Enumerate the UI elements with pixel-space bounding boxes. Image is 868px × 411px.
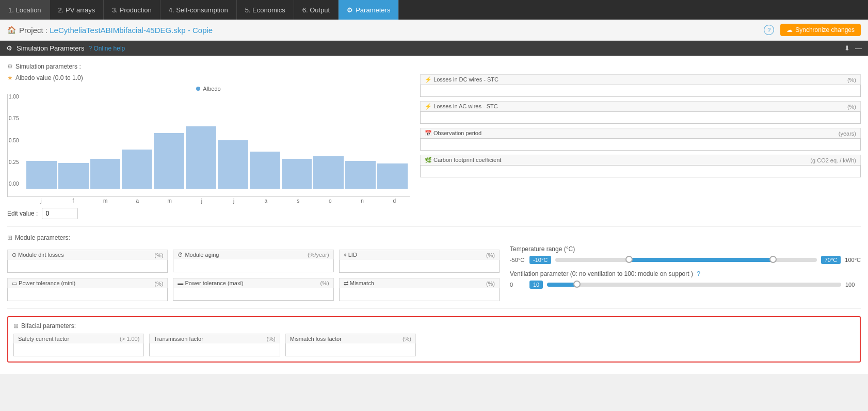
bifacial-params-grid: Safety current factor (> 1.00) 1.3 Trans…	[13, 334, 416, 356]
safety-current-input[interactable]: 1.3	[13, 343, 144, 356]
chart-bar	[154, 133, 184, 189]
sync-button[interactable]: ☁ Synchronize changes	[780, 24, 861, 36]
dc-losses-row: ⚡ Losses in DC wires - STC (%) 1.0	[420, 74, 861, 97]
gear-icon: ⚙	[6, 44, 12, 52]
nav-production[interactable]: 3. Production	[104, 0, 160, 20]
legend-dot	[196, 87, 200, 91]
minus-square-icon: ▭	[12, 280, 17, 286]
online-help-link[interactable]: ? Online help	[89, 45, 125, 52]
home-icon: 🏠	[7, 26, 16, 34]
power-tol-maxi-input[interactable]: 4	[173, 288, 333, 301]
settings-icon: ⚙	[347, 6, 353, 14]
ventilation-label: Ventilation parameter (0: no ventilation…	[510, 270, 861, 277]
bifacial-params-title: ⊞ Bifacial parameters:	[13, 322, 855, 330]
plus-square-icon: ▬	[178, 280, 183, 286]
temp-range-label: Temperature range (°C)	[510, 245, 861, 253]
mismatch-loss-factor-cell: Mismatch loss factor (%) 10	[285, 334, 416, 356]
cloud-icon: ☁	[786, 26, 793, 34]
ventilation-help-icon[interactable]: ?	[697, 270, 700, 277]
dirt-losses-input[interactable]: 2.0	[7, 260, 168, 273]
chart-bar	[58, 163, 89, 189]
module-params-layout: ⊖ Module dirt losses (%) 2.0 ⏱ Module	[7, 245, 861, 301]
observation-period-input[interactable]: 20	[420, 138, 861, 151]
project-bar: 🏠 Project : LeCytheliaTestABIMbifacial-4…	[0, 20, 868, 41]
sim-params-title: ⚙ Simulation parameters :	[7, 63, 861, 70]
temp-range-track[interactable]	[555, 258, 816, 262]
temp-low-thumb[interactable]	[625, 256, 633, 263]
chart-y-labels: 1.00 0.75 0.50 0.25 0.00	[9, 94, 19, 187]
chart-bar	[122, 150, 152, 189]
chart-bar	[26, 161, 57, 189]
bolt-icon-2: ⚡	[425, 103, 432, 109]
safety-current-cell: Safety current factor (> 1.00) 1.3	[13, 334, 144, 356]
albedo-panel: ★ Albedo value (0.0 to 1.0) Albedo 1.00 …	[7, 74, 410, 219]
power-tol-mini-cell: ▭ Power tolerance (mini) (%) -1	[7, 278, 168, 301]
ventilation-slider-row: 0 10 100	[510, 281, 861, 289]
download-icon[interactable]: ⬇	[844, 44, 850, 52]
chart-bar	[377, 163, 408, 189]
mismatch-icon: ⇄	[344, 280, 348, 286]
nav-location[interactable]: 1. Location	[0, 0, 50, 20]
chart-wrapper: 1.00 0.75 0.50 0.25 0.00 jfmamjjasond	[7, 94, 410, 204]
simulation-params-section: ⚙ Simulation parameters : ★ Albedo value…	[7, 63, 861, 227]
minus-circle-icon: ⊖	[12, 252, 17, 258]
mismatch-input[interactable]: 2.0	[339, 288, 500, 301]
project-title: Project : LeCytheliaTestABIMbifacial-45D…	[19, 26, 213, 35]
ac-losses-input[interactable]: 1.0	[420, 111, 861, 124]
temp-range-fill	[629, 258, 773, 262]
sim-params-body: ★ Albedo value (0.0 to 1.0) Albedo 1.00 …	[7, 74, 861, 219]
transmission-factor-cell: Transmission factor (%) 5	[149, 334, 280, 356]
temp-range-section: Temperature range (°C) -50°C -10°C 70°C …	[510, 245, 861, 264]
albedo-title: ★ Albedo value (0.0 to 1.0)	[7, 74, 410, 81]
dc-losses-input[interactable]: 1.0	[420, 85, 861, 97]
observation-period-row: 📅 Observation period (years) 20	[420, 128, 861, 151]
clock-icon: ⏱	[178, 252, 183, 258]
mismatch-cell: ⇄ Mismatch (%) 2.0	[339, 278, 500, 301]
aging-input[interactable]: 0.5	[173, 259, 333, 272]
right-params-panel: ⚡ Losses in DC wires - STC (%) 1.0 ⚡ Los…	[420, 74, 861, 219]
grid-icon-3: ⊞	[13, 322, 19, 330]
calendar-icon: 📅	[425, 130, 432, 136]
ventilation-section: Ventilation parameter (0: no ventilation…	[510, 270, 861, 289]
ac-losses-row: ⚡ Losses in AC wires - STC (%) 1.0	[420, 101, 861, 124]
module-params-grid: ⊖ Module dirt losses (%) 2.0 ⏱ Module	[7, 250, 500, 301]
star-icon: ★	[7, 74, 13, 81]
chart-bar	[282, 159, 312, 189]
edit-value-row: Edit value :	[7, 208, 410, 219]
aging-cell: ⏱ Module aging (%/year) 0.5	[173, 250, 333, 273]
transmission-factor-input[interactable]: 5	[149, 343, 280, 356]
grid-icon: ⚙	[7, 63, 13, 70]
bolt-icon: ⚡	[425, 76, 432, 83]
albedo-legend: Albedo	[7, 86, 410, 92]
nav-parameters[interactable]: ⚙ Parameters	[339, 0, 399, 20]
edit-value-input[interactable]	[42, 208, 78, 219]
nav-economics[interactable]: 5. Economics	[237, 0, 294, 20]
carbon-footprint-row: 🌿 Carbon footprint coefficient (g CO2 eq…	[420, 155, 861, 177]
chart-bars	[26, 96, 408, 189]
section-header: ⚙ Simulation Parameters ? Online help ⬇ …	[0, 41, 868, 56]
minimize-icon[interactable]: —	[855, 44, 862, 52]
mismatch-loss-factor-input[interactable]: 10	[285, 343, 416, 356]
top-nav: 1. Location 2. PV arrays 3. Production 4…	[0, 0, 868, 20]
bifacial-params-section: ⊞ Bifacial parameters: Safety current fa…	[7, 316, 861, 363]
temp-range-slider-row: -50°C -10°C 70°C 100°C	[510, 256, 861, 264]
ventilation-thumb[interactable]	[573, 281, 581, 288]
project-bar-right: ? ☁ Synchronize changes	[764, 24, 861, 36]
leaf-icon: 🌿	[425, 157, 432, 163]
temp-high-thumb[interactable]	[769, 256, 777, 263]
nav-output[interactable]: 6. Output	[294, 0, 339, 20]
help-icon[interactable]: ?	[764, 25, 774, 35]
module-params-section: ⊞ Module parameters: ⊖ Module dirt losse…	[7, 234, 861, 309]
power-tol-maxi-cell: ▬ Power tolerance (maxi) (%) 4	[173, 278, 333, 301]
module-params-right: Temperature range (°C) -50°C -10°C 70°C …	[510, 245, 861, 301]
power-tol-mini-input[interactable]: -1	[7, 288, 168, 301]
nav-self-consumption[interactable]: 4. Self-consumption	[160, 0, 237, 20]
module-params-left: ⊖ Module dirt losses (%) 2.0 ⏱ Module	[7, 245, 500, 301]
ventilation-track[interactable]	[547, 283, 841, 287]
grid-icon-2: ⊞	[7, 234, 12, 241]
nav-pv-arrays[interactable]: 2. PV arrays	[50, 0, 104, 20]
lid-input[interactable]: 0.05	[339, 260, 500, 273]
dirt-losses-cell: ⊖ Module dirt losses (%) 2.0	[7, 250, 168, 273]
ventilation-fill	[547, 283, 576, 287]
carbon-footprint-input[interactable]: 20	[420, 165, 861, 177]
